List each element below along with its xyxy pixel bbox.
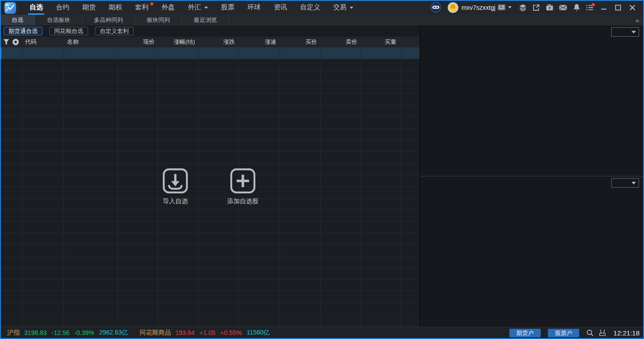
subtab-custom-arbitrage[interactable]: 自定义套利 — [95, 27, 134, 35]
statusbar-right-cluster: 期货户 股票户 12:21:18 — [509, 329, 641, 337]
user-avatar[interactable] — [447, 2, 459, 13]
column-header-name[interactable]: 名称 — [67, 37, 114, 47]
menu-tab-stocks[interactable]: 股票 — [215, 0, 241, 15]
shanghai-index-change-pct: -0.39% — [74, 329, 94, 336]
video-icon[interactable] — [543, 0, 556, 15]
column-header-change-pct[interactable]: 涨幅(结) — [158, 37, 195, 47]
ths-commodity-price: 193.64 — [175, 329, 195, 336]
active-tab-underline — [28, 13, 44, 15]
menu-tab-label: 自选 — [30, 3, 43, 12]
maximize-button[interactable] — [611, 0, 625, 15]
expand-tabs-icon[interactable]: » — [630, 15, 644, 25]
ths-commodity-change-pct: +0.55% — [220, 329, 242, 336]
status-bar: 沪指 3198.83 -12.56 -0.39% 2962.63亿 同花顺商品 … — [0, 327, 644, 338]
ths-commodity-turnover: 11560亿 — [246, 329, 270, 337]
stock-account-button[interactable]: 股票户 — [548, 329, 579, 337]
mail-icon[interactable] — [556, 0, 570, 15]
caret-down-icon — [631, 31, 636, 33]
menu-tab-custom[interactable]: 自定义 — [294, 0, 326, 15]
clock: 12:21:18 — [612, 329, 640, 337]
ths-commodity-change: +1.05 — [199, 329, 215, 336]
column-header-change[interactable]: 涨跌 — [199, 37, 235, 47]
shanghai-index-price: 3198.83 — [24, 329, 47, 336]
search-icon[interactable] — [586, 329, 594, 337]
nav-tab-recently-viewed[interactable]: 最近浏览 — [182, 15, 229, 25]
user-menu-caret-icon[interactable] — [508, 6, 512, 10]
chart-type-select[interactable] — [611, 178, 639, 188]
titlebar-right-cluster: mxv7szxxtgj L2 — [429, 0, 640, 15]
nav-tab-watchlist[interactable]: 自选 — [0, 15, 35, 25]
username[interactable]: mxv7szxxtgj — [462, 4, 496, 11]
futures-account-button[interactable]: 期货户 — [509, 329, 541, 337]
shanghai-index-name: 沪指 — [7, 329, 20, 337]
caret-down-icon — [204, 7, 208, 11]
caret-down-icon — [350, 7, 353, 11]
nav-tab-multi-instrument[interactable]: 多品种同列 — [82, 15, 135, 25]
network-status-icon[interactable] — [598, 329, 606, 337]
title-bar: 自选 合约 期货 期权 套利 外盘 外汇 股票 环球 资讯 自定义 交易 — [0, 0, 644, 15]
add-watchlist-stock-button[interactable]: 添加自选股 — [215, 168, 271, 205]
column-header-bid[interactable]: 买价 — [280, 37, 317, 47]
detail-panel-top — [420, 25, 643, 176]
notification-dot — [592, 3, 595, 6]
detail-panel — [420, 25, 643, 327]
column-header-speed[interactable]: 涨速 — [239, 37, 276, 47]
watchlist-subtabs: 期货通自选 同花顺自选 自定义套利 — [0, 25, 419, 37]
column-header-price[interactable]: 现价 — [118, 37, 155, 47]
ths-commodity-name: 同花顺商品 — [140, 329, 171, 337]
menu-tab-news[interactable]: 资讯 — [267, 0, 293, 15]
watchlist-table-body: 导入自选 添加自选股 — [0, 47, 419, 327]
notification-dot — [150, 2, 153, 5]
shanghai-index-change: -12.56 — [52, 329, 70, 336]
import-watchlist-button[interactable]: 导入自选 — [148, 168, 203, 205]
add-plus-icon — [230, 168, 256, 196]
filter-icon[interactable] — [3, 38, 10, 47]
menu-tab-options[interactable]: 期权 — [102, 0, 128, 15]
column-settings-icon[interactable] — [12, 38, 19, 47]
bell-icon[interactable] — [570, 0, 583, 15]
selected-empty-row[interactable] — [0, 47, 419, 59]
caret-down-icon — [631, 182, 636, 184]
menu-tab-forex[interactable]: 外汇 — [182, 0, 214, 15]
level-badge: L2 — [498, 4, 505, 10]
layers-icon[interactable] — [516, 0, 530, 15]
menu-tab-arbitrage[interactable]: 套利 — [129, 0, 155, 15]
assistant-robot-icon[interactable] — [429, 0, 443, 15]
menu-tab-overseas[interactable]: 外盘 — [155, 0, 181, 15]
import-watchlist-label: 导入自选 — [148, 197, 203, 205]
chart-type-select[interactable] — [611, 27, 639, 37]
menu-tab-trade[interactable]: 交易 — [327, 0, 360, 15]
table-grid-rows — [0, 47, 419, 327]
window-border — [0, 0, 1, 339]
watchlist-nav: 自选 自选板块 多品种同列 板块同列 最近浏览 » — [0, 15, 644, 25]
column-header-code[interactable]: 代码 — [25, 37, 61, 47]
table-header: 代码 名称 现价 涨幅(结) 涨跌 涨速 买价 卖价 买量 — [0, 37, 419, 47]
nav-tab-watchlist-sectors[interactable]: 自选板块 — [35, 15, 82, 25]
minimize-button[interactable] — [597, 0, 611, 15]
menu-tab-watchlist[interactable]: 自选 — [23, 0, 49, 15]
menu-tab-global[interactable]: 环球 — [241, 0, 267, 15]
menu-tab-futures[interactable]: 期货 — [76, 0, 102, 15]
nav-tab-sector-columns[interactable]: 板块同列 — [135, 15, 182, 25]
menu-tab-contracts[interactable]: 合约 — [50, 0, 76, 15]
main-menu: 自选 合约 期货 期权 套利 外盘 外汇 股票 环球 资讯 自定义 交易 — [23, 0, 360, 15]
column-header-ask[interactable]: 卖价 — [321, 37, 357, 47]
add-watchlist-stock-label: 添加自选股 — [215, 197, 271, 205]
app-logo-icon — [4, 2, 16, 14]
import-download-icon — [162, 168, 188, 196]
popout-icon[interactable] — [530, 0, 543, 15]
column-header-bid-volume[interactable]: 买量 — [361, 37, 396, 47]
subtab-futures-watchlist[interactable]: 期货通自选 — [4, 27, 42, 35]
app-window: 自选 合约 期货 期权 套利 外盘 外汇 股票 环球 资讯 自定义 交易 — [0, 0, 644, 339]
task-list-icon[interactable] — [583, 0, 597, 15]
detail-panel-bottom — [420, 176, 643, 327]
close-button[interactable] — [625, 0, 640, 15]
subtab-ths-watchlist[interactable]: 同花顺自选 — [49, 27, 88, 35]
window-border — [0, 0, 644, 1]
shanghai-index-turnover: 2962.63亿 — [99, 329, 128, 337]
